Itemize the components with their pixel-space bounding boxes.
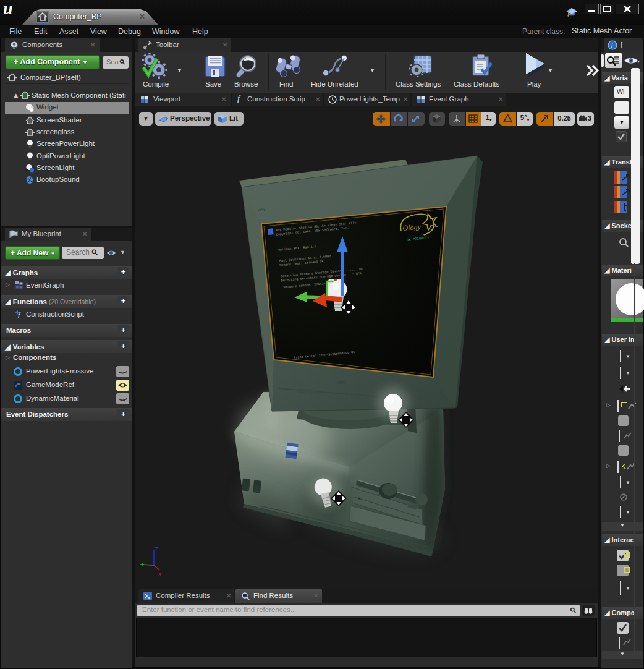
svg-text:Ology: Ology	[402, 222, 422, 232]
svg-text:z: z	[155, 545, 158, 552]
svg-text:x: x	[158, 571, 161, 577]
svg-text:f: f	[18, 311, 21, 318]
svg-text:u: u	[3, 0, 13, 17]
svg-text:CRAY: CRAY	[337, 381, 346, 385]
svg-text:i: i	[611, 41, 613, 49]
